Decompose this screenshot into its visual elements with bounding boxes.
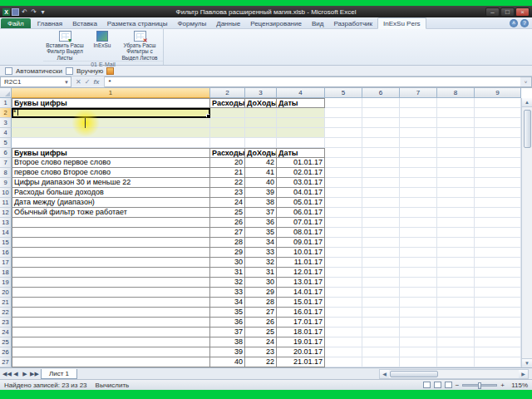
cell-r3c2[interactable] [210, 118, 245, 128]
cell-r26c4[interactable]: 20.01.17 [277, 347, 325, 357]
cell-r2c3[interactable] [245, 108, 277, 118]
cell-r1c5[interactable] [325, 98, 362, 108]
cell-r1c6[interactable] [362, 98, 400, 108]
row-header-17[interactable]: 17 [0, 258, 12, 268]
cell-r11c9[interactable] [475, 198, 521, 208]
cell-r25c7[interactable] [400, 337, 437, 347]
zoom-level[interactable]: 115% [508, 382, 528, 389]
next-sheet-icon[interactable]: ▶ [21, 371, 29, 377]
cell-r6c2[interactable]: Расходы [210, 148, 245, 158]
cell-r15c5[interactable] [325, 238, 362, 248]
cell-r22c2[interactable]: 35 [210, 308, 245, 318]
help-icon[interactable]: ? [520, 19, 529, 27]
redo-icon[interactable]: ↷ [30, 8, 37, 16]
cell-r9c2[interactable]: 22 [210, 178, 245, 188]
cell-r22c4[interactable]: 16.01.17 [277, 308, 325, 318]
row-header-12[interactable]: 12 [0, 208, 12, 218]
cell-r19c1[interactable] [12, 278, 210, 288]
row-header-5[interactable]: 5 [0, 138, 12, 148]
cell-r22c3[interactable]: 27 [245, 308, 277, 318]
sheet-tab-list1[interactable]: Лист 1 [41, 369, 77, 379]
cell-r8c1[interactable]: первое слово Второе слово [12, 168, 210, 178]
cell-r14c7[interactable] [400, 228, 437, 238]
row-header-10[interactable]: 10 [0, 188, 12, 198]
cell-r4c9[interactable] [475, 128, 521, 138]
cell-r17c8[interactable] [437, 258, 475, 268]
cell-r26c1[interactable] [12, 347, 210, 357]
cell-r8c3[interactable]: 41 [245, 168, 277, 178]
cell-r5c4[interactable] [277, 138, 325, 148]
page-break-view-icon[interactable] [445, 382, 452, 388]
row-header-16[interactable]: 16 [0, 248, 12, 258]
scroll-up-icon[interactable]: ▲ [522, 98, 532, 107]
cell-r5c7[interactable] [400, 138, 437, 148]
row-header-21[interactable]: 21 [0, 298, 12, 308]
cell-r3c6[interactable] [362, 118, 400, 128]
cell-r27c8[interactable] [437, 357, 475, 367]
vertical-scroll-thumb[interactable] [524, 110, 531, 148]
cell-r27c5[interactable] [325, 357, 362, 367]
cell-r13c8[interactable] [437, 218, 475, 228]
cell-r5c8[interactable] [437, 138, 475, 148]
cell-r26c3[interactable]: 23 [245, 347, 277, 357]
cell-r24c7[interactable] [400, 328, 437, 337]
cell-r17c9[interactable] [475, 258, 521, 268]
ribbon-tab-6[interactable]: Рецензирование [245, 18, 307, 28]
auto-mode-label[interactable]: Автоматически [16, 67, 62, 75]
manual-mode-icon[interactable] [66, 67, 73, 75]
ribbon-tab-3[interactable]: Разметка страницы [102, 18, 173, 28]
cell-r18c2[interactable]: 31 [210, 268, 245, 278]
cell-r26c5[interactable] [325, 347, 362, 357]
cell-r16c5[interactable] [325, 248, 362, 258]
first-sheet-icon[interactable]: ◀◀ [2, 371, 11, 377]
normal-view-icon[interactable] [423, 382, 431, 388]
cell-r10c2[interactable]: 23 [210, 188, 245, 198]
zoom-in-icon[interactable]: + [500, 382, 505, 389]
cell-r26c9[interactable] [475, 347, 521, 357]
cell-r1c8[interactable] [437, 98, 475, 108]
cell-r10c9[interactable] [475, 188, 521, 198]
cell-r18c1[interactable] [12, 268, 210, 278]
horizontal-scrollbar[interactable]: ◀ ▶ [379, 369, 529, 379]
cell-r15c9[interactable] [475, 238, 521, 248]
cell-r18c5[interactable] [325, 268, 362, 278]
cell-r20c6[interactable] [362, 288, 400, 298]
cell-r12c4[interactable]: 06.01.17 [277, 208, 325, 218]
cell-r27c9[interactable] [475, 357, 521, 367]
cell-r9c6[interactable] [362, 178, 400, 188]
row-header-9[interactable]: 9 [0, 178, 12, 188]
cell-r27c7[interactable] [400, 357, 437, 367]
cell-r27c4[interactable]: 21.01.17 [277, 357, 325, 367]
cell-r1c7[interactable] [400, 98, 437, 108]
cell-r23c3[interactable]: 26 [245, 318, 277, 328]
cell-r21c1[interactable] [12, 298, 210, 308]
cell-r7c1[interactable]: Второе слово первое слово [12, 158, 210, 168]
cell-r22c6[interactable] [362, 308, 400, 318]
cell-r14c5[interactable] [325, 228, 362, 238]
row-header-4[interactable]: 4 [0, 128, 12, 138]
auto-mode-icon[interactable] [5, 67, 12, 75]
cell-r11c5[interactable] [325, 198, 362, 208]
cell-r7c7[interactable] [400, 158, 437, 168]
row-header-24[interactable]: 24 [0, 328, 12, 337]
cell-r17c1[interactable] [12, 258, 210, 268]
cell-r24c9[interactable] [475, 328, 521, 337]
cell-r12c8[interactable] [437, 208, 475, 218]
cell-r9c4[interactable]: 03.01.17 [277, 178, 325, 188]
cell-r21c2[interactable]: 34 [210, 298, 245, 308]
cell-r13c7[interactable] [400, 218, 437, 228]
horizontal-scroll-thumb[interactable] [390, 371, 438, 377]
cell-r3c7[interactable] [400, 118, 437, 128]
cell-r12c3[interactable]: 37 [245, 208, 277, 218]
column-header-1[interactable]: 1 [12, 88, 210, 98]
cell-r27c1[interactable] [12, 357, 210, 367]
select-all-button[interactable] [0, 88, 12, 98]
cell-r2c9[interactable] [475, 108, 521, 118]
cell-r21c9[interactable] [475, 298, 521, 308]
cell-r2c8[interactable] [437, 108, 475, 118]
cell-r22c7[interactable] [400, 308, 437, 318]
cell-r8c8[interactable] [437, 168, 475, 178]
cell-r21c8[interactable] [437, 298, 475, 308]
cell-r6c6[interactable] [362, 148, 400, 158]
cell-r21c3[interactable]: 28 [245, 298, 277, 308]
